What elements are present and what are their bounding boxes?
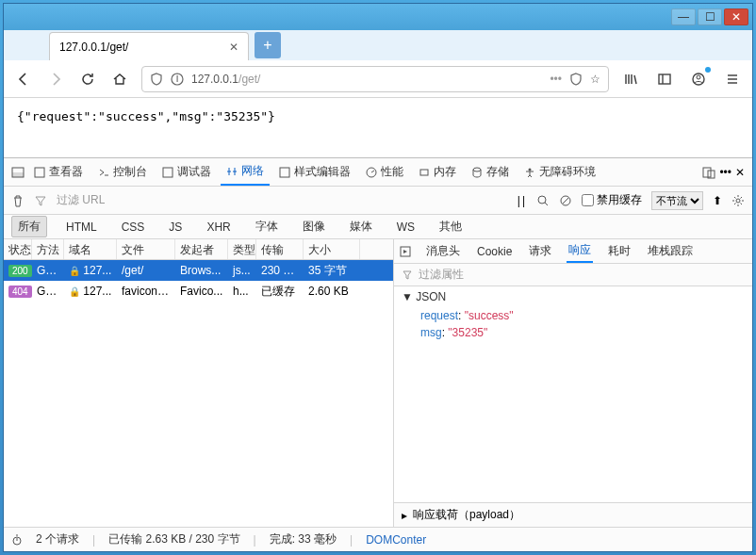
sidebar-icon[interactable]: [654, 69, 675, 90]
filter-html[interactable]: HTML: [60, 219, 103, 236]
svg-point-13: [473, 168, 481, 171]
browser-tab-bar: 127.0.0.1/get/ ✕ +: [4, 30, 752, 60]
page-content: {"request":"success","msg":"35235"}: [4, 98, 752, 158]
filter-all[interactable]: 所有: [11, 216, 47, 237]
tab-debugger[interactable]: 调试器: [156, 158, 217, 186]
col-method[interactable]: 方法: [32, 239, 64, 259]
filter-other[interactable]: 其他: [434, 217, 468, 237]
new-tab-button[interactable]: +: [255, 32, 281, 58]
detail-tab-bar: 消息头 Cookie 请求 响应 耗时 堆栈跟踪: [394, 239, 752, 264]
block-icon[interactable]: [559, 194, 572, 207]
tab-accessibility[interactable]: 无障碍环境: [518, 158, 601, 186]
devtools-close-icon[interactable]: ✕: [735, 166, 745, 179]
tab-console[interactable]: 控制台: [92, 158, 153, 186]
content-block-icon[interactable]: [569, 73, 583, 86]
filter-font[interactable]: 字体: [250, 217, 284, 237]
network-status-bar: 2 个请求 | 已传输 2.63 KB / 230 字节 | 完成: 33 毫秒…: [4, 527, 752, 551]
col-type[interactable]: 类型: [228, 239, 256, 259]
request-table-header: 状态 方法 域名 文件 发起者 类型 传输 大小: [4, 239, 393, 260]
svg-rect-15: [703, 168, 711, 177]
window-maximize-button[interactable]: ☐: [698, 8, 722, 25]
window-titlebar: — ☐ ✕: [4, 4, 752, 30]
col-file[interactable]: 文件: [117, 239, 175, 259]
clear-icon[interactable]: [11, 194, 25, 207]
tab-storage[interactable]: 存储: [466, 158, 515, 186]
svg-rect-12: [420, 170, 428, 175]
dom-content-link[interactable]: DOMConter: [366, 533, 426, 547]
svg-rect-2: [659, 74, 670, 84]
url-text: 127.0.0.1/get/: [191, 72, 542, 86]
account-icon[interactable]: [688, 69, 709, 90]
type-filter-bar: 所有 HTML CSS JS XHR 字体 图像 媒体 WS 其他: [4, 215, 752, 239]
tab-style-editor[interactable]: 样式编辑器: [273, 158, 356, 186]
devtools-more-icon[interactable]: •••: [719, 166, 731, 179]
pause-icon[interactable]: ||: [518, 194, 527, 207]
tab-memory[interactable]: 内存: [413, 158, 462, 186]
bookmark-star-icon[interactable]: ☆: [590, 73, 600, 86]
detail-tab-timing[interactable]: 耗时: [606, 240, 633, 262]
filter-js[interactable]: JS: [163, 219, 188, 236]
library-icon[interactable]: [620, 69, 641, 90]
detail-tab-stack[interactable]: 堆栈跟踪: [646, 240, 695, 262]
browser-tab[interactable]: 127.0.0.1/get/ ✕: [49, 32, 249, 60]
table-row[interactable]: 200GET🔒 127.../get/Brows...js...230 字节35…: [4, 260, 393, 281]
reload-button[interactable]: [77, 69, 98, 90]
throttle-select[interactable]: 不节流: [651, 191, 703, 210]
svg-text:i: i: [176, 73, 179, 85]
detail-tab-response[interactable]: 响应: [567, 239, 593, 263]
detail-tab-headers[interactable]: 消息头: [424, 240, 462, 262]
col-domain[interactable]: 域名: [64, 239, 117, 259]
back-button[interactable]: [13, 69, 34, 90]
info-icon[interactable]: i: [171, 73, 184, 86]
detail-tab-request[interactable]: 请求: [527, 240, 553, 262]
devtools-tab-bar: 查看器 控制台 调试器 网络 样式编辑器 性能 内存 存储 无障碍环境 ••• …: [4, 158, 752, 187]
detail-toggle-icon[interactable]: [400, 246, 411, 257]
filter-css[interactable]: CSS: [116, 219, 151, 236]
filter-xhr[interactable]: XHR: [201, 219, 236, 236]
search-icon[interactable]: [536, 194, 550, 207]
tab-network[interactable]: 网络: [221, 158, 270, 186]
forward-button[interactable]: [45, 69, 66, 90]
transfer-size: 已传输 2.63 KB / 230 字节: [108, 531, 239, 547]
disable-cache-checkbox[interactable]: 禁用缓存: [582, 192, 642, 208]
menu-icon[interactable]: [722, 69, 743, 90]
request-count: 2 个请求: [36, 531, 79, 547]
filter-img[interactable]: 图像: [297, 217, 331, 237]
table-row[interactable]: 404GET🔒 127...favicon.i...Favico...h...已…: [4, 281, 393, 302]
filter-properties-input[interactable]: 过滤属性: [394, 264, 752, 286]
settings-gear-icon[interactable]: [731, 194, 745, 207]
svg-point-19: [736, 199, 740, 203]
svg-rect-7: [12, 172, 24, 177]
tab-performance[interactable]: 性能: [360, 158, 409, 186]
dock-icon[interactable]: [11, 166, 25, 179]
col-initiator[interactable]: 发起者: [175, 239, 228, 259]
window-minimize-button[interactable]: —: [671, 8, 696, 25]
network-toolbar: 过滤 URL || 禁用缓存 不节流 ⬆: [4, 187, 752, 215]
har-icon[interactable]: ⬆: [713, 194, 722, 207]
devtools-panel: 查看器 控制台 调试器 网络 样式编辑器 性能 内存 存储 无障碍环境 ••• …: [4, 158, 752, 551]
request-list-panel: 状态 方法 域名 文件 发起者 类型 传输 大小 200GET🔒 127.../…: [4, 239, 394, 527]
svg-rect-9: [163, 168, 173, 177]
col-size[interactable]: 大小: [304, 239, 360, 259]
svg-point-17: [538, 196, 546, 204]
json-section-header[interactable]: ▼ JSON: [402, 290, 745, 303]
filter-icon[interactable]: [34, 194, 47, 207]
filter-ws[interactable]: WS: [391, 219, 420, 236]
responsive-icon[interactable]: [702, 166, 715, 179]
nav-toolbar: i 127.0.0.1/get/ ••• ☆: [4, 60, 752, 98]
col-transferred[interactable]: 传输: [256, 239, 304, 259]
request-rows: 200GET🔒 127.../get/Brows...js...230 字节35…: [4, 260, 393, 527]
address-bar[interactable]: i 127.0.0.1/get/ ••• ☆: [141, 66, 609, 92]
json-entry: msg: "35235": [420, 324, 745, 341]
detail-tab-cookie[interactable]: Cookie: [475, 242, 514, 261]
filter-url-input[interactable]: 过滤 URL: [57, 192, 508, 208]
col-status[interactable]: 状态: [4, 239, 32, 259]
more-icon[interactable]: •••: [550, 73, 562, 86]
filter-media[interactable]: 媒体: [344, 217, 378, 237]
home-button[interactable]: [109, 69, 130, 90]
tab-title: 127.0.0.1/get/: [59, 41, 128, 54]
window-close-button[interactable]: ✕: [724, 8, 748, 25]
svg-rect-10: [280, 168, 289, 177]
tab-close-icon[interactable]: ✕: [229, 41, 238, 54]
tab-inspector[interactable]: 查看器: [28, 158, 89, 186]
